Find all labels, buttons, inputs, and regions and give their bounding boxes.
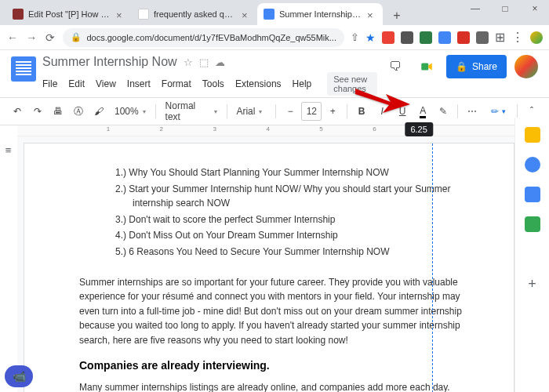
new-tab-button[interactable]: + <box>387 6 406 25</box>
ext-icon[interactable] <box>401 31 413 44</box>
profile-icon[interactable] <box>530 31 543 44</box>
editing-mode-button[interactable]: ✏▾ <box>485 106 512 117</box>
separator <box>227 104 227 118</box>
paragraph[interactable]: Many summer internships listings are alr… <box>79 380 467 392</box>
font-size-input[interactable]: 12 <box>301 102 322 121</box>
margin-guide <box>432 143 433 392</box>
lock-icon: 🔒 <box>456 61 467 72</box>
extensions-icon[interactable]: ⊞ <box>495 30 505 45</box>
docs-logo[interactable] <box>11 56 36 82</box>
minimize-button[interactable]: — <box>466 3 485 14</box>
document-area: ≡ 1.) Why You Should Start Planning Your… <box>0 136 549 392</box>
style-select[interactable]: Normal text <box>161 100 222 122</box>
menu-icon[interactable]: ⋮ <box>511 30 524 45</box>
ruler-tick: 5 <box>319 125 322 132</box>
document-page[interactable]: 1.) Why You Should Start Planning Your S… <box>24 143 514 392</box>
ruler-tick: 4 <box>266 125 269 132</box>
menu-file[interactable]: File <box>42 78 57 89</box>
ruler-tick: 6 <box>373 125 376 132</box>
paragraph[interactable]: Summer internships are so important for … <box>79 275 467 348</box>
share-icon[interactable]: ⇧ <box>351 31 359 43</box>
browser-tab[interactable]: frequently asked questions at × <box>132 3 257 25</box>
increase-font-button[interactable]: + <box>323 102 342 121</box>
ext-icon[interactable] <box>457 31 470 44</box>
reload-button[interactable]: ⟳ <box>44 29 56 46</box>
ruler-tick: 2 <box>160 125 163 132</box>
meet-fab[interactable]: 📹 <box>5 365 33 387</box>
zoom-select[interactable]: 100% <box>110 106 151 117</box>
close-icon[interactable]: × <box>242 9 251 19</box>
menu-view[interactable]: View <box>96 78 116 89</box>
comments-icon[interactable]: 🗨 <box>384 55 407 78</box>
ext-icon[interactable] <box>438 31 451 44</box>
tasks-icon[interactable] <box>525 157 540 172</box>
text-color-button[interactable]: A <box>413 102 432 121</box>
favicon <box>13 9 24 20</box>
menu-format[interactable]: Format <box>162 78 191 89</box>
close-icon[interactable]: × <box>367 9 376 19</box>
close-icon[interactable]: × <box>116 9 125 19</box>
close-window-button[interactable]: × <box>525 3 544 14</box>
ext-icon[interactable] <box>420 31 432 44</box>
undo-button[interactable]: ↶ <box>8 102 27 121</box>
contacts-icon[interactable] <box>525 187 540 202</box>
tab-title: Edit Post "[P] How to Change <box>28 9 111 19</box>
browser-tab[interactable]: Edit Post "[P] How to Change × <box>6 3 132 25</box>
document-title[interactable]: Summer Internship Now <box>42 55 177 69</box>
margin-tooltip: 6.25 <box>405 122 432 136</box>
menu-help[interactable]: Help <box>293 78 312 89</box>
font-select[interactable]: Arial <box>231 106 271 117</box>
back-button[interactable]: ← <box>6 29 19 46</box>
share-button[interactable]: 🔒 Share <box>446 55 507 78</box>
cloud-icon[interactable]: ☁ <box>215 56 225 68</box>
list-item[interactable]: 3.) Don't wait to score the perfect Summ… <box>115 212 467 227</box>
add-panel-icon[interactable]: + <box>525 276 540 292</box>
redo-button[interactable]: ↷ <box>28 102 47 121</box>
page-canvas: 1.) Why You Should Start Planning Your S… <box>17 136 549 392</box>
annotation-arrow <box>351 77 414 119</box>
heading[interactable]: Companies are already interviewing. <box>79 358 467 375</box>
highlight-button[interactable]: ✎ <box>434 102 453 121</box>
browser-tab-active[interactable]: Summer Internship Now - Go × <box>257 3 383 25</box>
star-icon[interactable]: ★ <box>365 31 376 44</box>
ruler[interactable]: 1 2 3 4 5 6 7 6.25 <box>17 125 514 136</box>
move-icon[interactable]: ⬚ <box>199 56 209 68</box>
account-avatar[interactable] <box>514 55 538 78</box>
outline-toggle-icon[interactable]: ≡ <box>5 144 12 156</box>
list-item[interactable]: 4.) Don't Miss Out on Your Dream Summer … <box>115 228 467 243</box>
outline-sidebar: ≡ <box>0 136 17 392</box>
list-item[interactable]: 5.) 6 Reasons You Need to Secure Your Su… <box>115 245 467 260</box>
window-controls: — □ × <box>466 3 544 14</box>
list-item[interactable]: 2.) Start your Summer Internship hunt NO… <box>115 182 467 211</box>
pencil-icon: ✏ <box>491 106 499 117</box>
ruler-tick: 3 <box>213 125 216 132</box>
star-icon[interactable]: ☆ <box>184 56 193 68</box>
docs-header: Summer Internship Now ☆ ⬚ ☁ File Edit Vi… <box>0 50 549 97</box>
meet-icon[interactable] <box>415 55 438 78</box>
url-field[interactable]: 🔒 docs.google.com/document/d/1y7fEVBaMod… <box>63 28 344 47</box>
decrease-font-button[interactable]: − <box>281 102 300 121</box>
paintformat-button[interactable]: 🖌 <box>89 102 108 121</box>
menu-extensions[interactable]: Extensions <box>235 78 282 89</box>
ext-icon[interactable] <box>382 31 394 44</box>
maximize-button[interactable]: □ <box>496 3 514 14</box>
url-text: docs.google.com/document/d/1y7fEVBaModhm… <box>86 33 336 42</box>
menu-insert[interactable]: Insert <box>127 78 151 89</box>
list-item[interactable]: 1.) Why You Should Start Planning Your S… <box>115 165 467 180</box>
more-button[interactable]: ⋯ <box>463 102 482 121</box>
formatting-toolbar: ↶ ↷ 🖶 Ⓐ 🖌 100% Normal text Arial − 12 + … <box>0 97 549 125</box>
tab-title: Summer Internship Now - Go <box>279 9 362 19</box>
separator <box>155 104 156 118</box>
forward-button[interactable]: → <box>25 29 38 46</box>
separator <box>517 104 518 118</box>
menu-edit[interactable]: Edit <box>68 78 85 89</box>
text-run: Many summer internships listings are alr… <box>79 382 450 392</box>
maps-icon[interactable] <box>525 216 540 232</box>
spellcheck-button[interactable]: Ⓐ <box>69 102 88 121</box>
menu-bar: File Edit View Insert Format Tools Exten… <box>42 72 377 96</box>
print-button[interactable]: 🖶 <box>49 102 67 121</box>
menu-tools[interactable]: Tools <box>202 78 224 89</box>
document-list: 1.) Why You Should Start Planning Your S… <box>115 165 467 260</box>
ext-icon[interactable] <box>476 31 489 44</box>
keep-icon[interactable] <box>525 127 540 143</box>
